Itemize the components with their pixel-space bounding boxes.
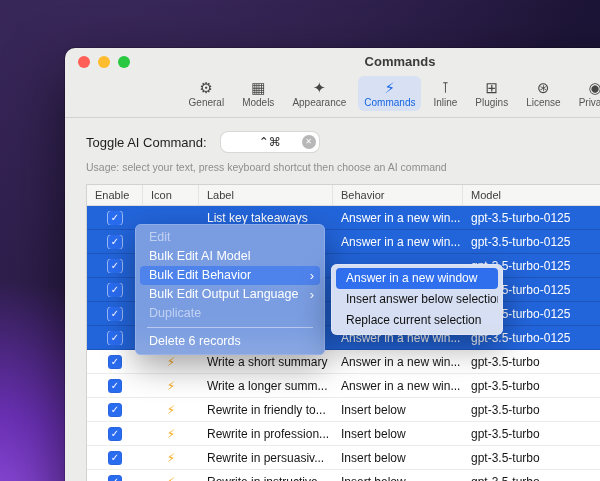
zoom-button[interactable] <box>118 56 130 68</box>
command-label-cell: Rewrite in persuasiv... <box>199 451 333 465</box>
enable-checkbox[interactable]: ✓ <box>108 355 122 369</box>
check-icon: ✓ <box>111 284 119 295</box>
table-row[interactable]: ✓ ⚡ Rewrite in persuasiv... Insert below… <box>87 446 600 470</box>
check-icon: ✓ <box>111 428 119 439</box>
table-row[interactable]: ✓ ⚡ Write a longer summ... Answer in a n… <box>87 374 600 398</box>
behavior-cell: Answer in a new win... <box>333 355 463 369</box>
toolbar-item-privacy[interactable]: ◉ Privacy <box>573 76 600 111</box>
toolbar-item-label: Plugins <box>475 97 508 108</box>
model-cell: gpt-3.5-turbo <box>463 379 600 393</box>
bolt-icon: ⚡ <box>167 451 175 465</box>
enable-checkbox[interactable]: ✓ <box>108 259 122 273</box>
toolbar-item-inline[interactable]: ⊺ Inline <box>427 76 463 111</box>
appearance-icon: ✦ <box>313 79 326 96</box>
enable-checkbox[interactable]: ✓ <box>108 427 122 441</box>
context-menu-item[interactable]: Bulk Edit Behavior › <box>140 266 320 285</box>
enable-cell: ✓ <box>87 379 143 393</box>
context-menu-item[interactable]: Delete 6 records › <box>140 332 320 351</box>
check-icon: ✓ <box>111 308 119 319</box>
table-row[interactable]: ✓ ⚡ Rewrite in friendly to... Insert bel… <box>87 398 600 422</box>
toolbar-item-label: License <box>526 97 560 108</box>
enable-checkbox[interactable]: ✓ <box>108 283 122 297</box>
bolt-icon: ⚡ <box>167 355 175 369</box>
behavior-cell: Insert below <box>333 475 463 481</box>
toolbar-item-plugins[interactable]: ⊞ Plugins <box>469 76 514 111</box>
context-menu-item[interactable]: Bulk Edit Output Language › <box>140 285 320 304</box>
icon-cell: ⚡ <box>143 475 199 481</box>
toolbar-item-general[interactable]: ⚙ General <box>183 76 231 111</box>
chevron-right-icon: › <box>310 266 314 285</box>
check-icon: ✓ <box>111 476 119 481</box>
model-cell: gpt-3.5-turbo <box>463 403 600 417</box>
enable-checkbox[interactable]: ✓ <box>108 451 122 465</box>
titlebar[interactable]: Commands <box>65 48 600 74</box>
column-header[interactable]: Model <box>463 185 600 205</box>
enable-checkbox[interactable]: ✓ <box>108 379 122 393</box>
command-label-cell: Rewrite in profession... <box>199 427 333 441</box>
model-cell: gpt-3.5-turbo <box>463 475 600 481</box>
enable-checkbox[interactable]: ✓ <box>108 307 122 321</box>
bolt-icon: ⚡ <box>167 403 175 417</box>
context-menu-item[interactable]: Edit › <box>140 228 320 247</box>
column-header[interactable]: Behavior <box>333 185 463 205</box>
toolbar-item-commands[interactable]: ⚡ Commands <box>358 76 421 111</box>
behavior-cell: Insert below <box>333 403 463 417</box>
context-menu-item[interactable]: Bulk Edit AI Model › <box>140 247 320 266</box>
check-icon: ✓ <box>111 356 119 367</box>
behavior-cell: Answer in a new win... <box>333 379 463 393</box>
submenu-item-label: Answer in a new window <box>346 268 477 289</box>
menu-item-label: Bulk Edit AI Model <box>149 247 250 266</box>
behavior-cell: Answer in a new win... <box>333 235 463 249</box>
shortcut-value: ⌃⌘ <box>259 135 281 149</box>
column-header[interactable]: Enable <box>87 185 143 205</box>
behavior-submenu: Answer in a new window Insert answer bel… <box>331 264 503 335</box>
toolbar-item-license[interactable]: ⊛ License <box>520 76 566 111</box>
model-cell: gpt-3.5-turbo-0125 <box>463 211 600 225</box>
command-label-cell: Write a longer summ... <box>199 379 333 393</box>
close-button[interactable] <box>78 56 90 68</box>
enable-checkbox[interactable]: ✓ <box>108 403 122 417</box>
submenu-item[interactable]: Insert answer below selection <box>336 289 498 310</box>
toolbar-item-label: Commands <box>364 97 415 108</box>
table-row[interactable]: ✓ ⚡ Rewrite in instructive... Insert bel… <box>87 470 600 481</box>
models-icon: ▦ <box>251 79 265 96</box>
context-menu: Edit › Bulk Edit AI Model › Bulk Edit Be… <box>135 224 325 355</box>
icon-cell: ⚡ <box>143 355 199 369</box>
shortcut-recorder[interactable]: ⌃⌘ ✕ <box>221 132 319 152</box>
table-row[interactable]: ✓ ⚡ Rewrite in profession... Insert belo… <box>87 422 600 446</box>
enable-checkbox[interactable]: ✓ <box>108 331 122 345</box>
command-label-cell: List key takeaways <box>199 211 333 225</box>
toolbar-item-label: Models <box>242 97 274 108</box>
model-cell: gpt-3.5-turbo <box>463 427 600 441</box>
behavior-cell: Answer in a new win... <box>333 211 463 225</box>
command-label-cell: Rewrite in instructive... <box>199 475 333 481</box>
icon-cell: ⚡ <box>143 379 199 393</box>
icon-cell: ⚡ <box>143 403 199 417</box>
check-icon: ✓ <box>111 452 119 463</box>
license-icon: ⊛ <box>537 79 550 96</box>
toolbar-item-appearance[interactable]: ✦ Appearance <box>286 76 352 111</box>
toolbar-item-label: Privacy <box>579 97 600 108</box>
enable-checkbox[interactable]: ✓ <box>108 211 122 225</box>
clear-icon: ✕ <box>305 137 312 146</box>
enable-cell: ✓ <box>87 475 143 481</box>
check-icon: ✓ <box>111 404 119 415</box>
chevron-right-icon: › <box>310 285 314 304</box>
submenu-item[interactable]: Answer in a new window <box>336 268 498 289</box>
clear-shortcut-button[interactable]: ✕ <box>302 135 316 149</box>
column-header[interactable]: Label <box>199 185 333 205</box>
check-icon: ✓ <box>111 380 119 391</box>
enable-checkbox[interactable]: ✓ <box>108 475 122 481</box>
enable-cell: ✓ <box>87 403 143 417</box>
submenu-item[interactable]: Replace current selection <box>336 310 498 331</box>
context-menu-item[interactable]: › <box>147 327 313 328</box>
enable-checkbox[interactable]: ✓ <box>108 235 122 249</box>
command-label-cell: Rewrite in friendly to... <box>199 403 333 417</box>
check-icon: ✓ <box>111 236 119 247</box>
column-header[interactable]: Icon <box>143 185 199 205</box>
bolt-icon: ⚡ <box>167 475 175 481</box>
commands-window: Commands ⚙ General ▦ Models ✦ Appearance… <box>65 48 600 481</box>
context-menu-item[interactable]: Duplicate › <box>140 304 320 323</box>
toolbar-item-models[interactable]: ▦ Models <box>236 76 280 111</box>
minimize-button[interactable] <box>98 56 110 68</box>
